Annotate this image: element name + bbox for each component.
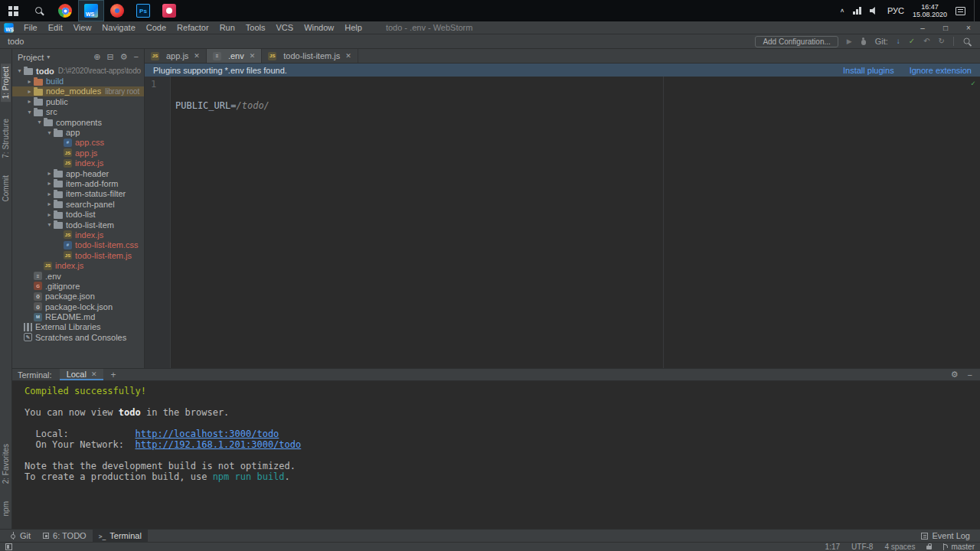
- tree-item-index-js[interactable]: index.js: [12, 158, 144, 168]
- tool-button-event-log[interactable]: Event Log: [915, 530, 976, 542]
- tree-item-package-json[interactable]: package.json: [12, 292, 144, 302]
- editor[interactable]: 1 PUBLIC_URL=/todo/ ✓: [145, 77, 980, 368]
- editor-tab-todo-list-item-js[interactable]: todo-list-item.js✕: [262, 49, 358, 63]
- tree-item-readme-md[interactable]: README.md: [12, 311, 144, 321]
- chevron-collapsed-icon[interactable]: ▸: [45, 201, 54, 207]
- terminal-settings-gear-icon[interactable]: ⚙: [951, 370, 959, 380]
- close-tab-icon[interactable]: ✕: [250, 52, 256, 60]
- tool-stripe-commit[interactable]: Commit: [2, 175, 10, 201]
- editor-tab-app-js[interactable]: app.js✕: [145, 49, 207, 63]
- chevron-expanded-icon[interactable]: ▾: [45, 129, 54, 136]
- chevron-expanded-icon[interactable]: ▾: [15, 67, 24, 74]
- close-button[interactable]: ×: [957, 21, 980, 34]
- new-terminal-session-button[interactable]: +: [110, 370, 116, 380]
- tree-item-todo-list-item[interactable]: ▾todo-list-item: [12, 220, 144, 230]
- chevron-expanded-icon[interactable]: ▾: [35, 119, 44, 126]
- terminal-output[interactable]: Compiled successfully! You can now view …: [12, 381, 980, 529]
- tree-item-todo-list-item-js[interactable]: todo-list-item.js: [12, 250, 144, 260]
- terminal-link[interactable]: http://localhost:3000/todo: [136, 429, 279, 439]
- tree-item-app-header[interactable]: ▸app-header: [12, 168, 144, 178]
- tree-item-scratches-and-consoles[interactable]: Scratches and Consoles: [12, 332, 144, 342]
- run-icon[interactable]: ▶: [847, 38, 852, 45]
- tree-item-node-modules[interactable]: ▸node_moduleslibrary root: [12, 86, 144, 96]
- taskbar-clock[interactable]: 16:47 15.08.2020: [913, 3, 947, 18]
- search-everywhere-icon[interactable]: [963, 37, 972, 46]
- menu-edit[interactable]: Edit: [43, 23, 68, 32]
- volume-icon[interactable]: [870, 7, 879, 15]
- editor-tab-env[interactable]: .env✕: [207, 49, 262, 63]
- chevron-collapsed-icon[interactable]: ▸: [25, 78, 34, 85]
- taskbar-app-red[interactable]: [104, 0, 130, 21]
- debug-icon[interactable]: [861, 37, 867, 46]
- tree-item-index-js[interactable]: index.js: [12, 260, 144, 270]
- chevron-collapsed-icon[interactable]: ▸: [25, 88, 34, 95]
- start-button[interactable]: [0, 0, 26, 21]
- tree-item-item-add-form[interactable]: ▸item-add-form: [12, 178, 144, 188]
- locate-file-icon[interactable]: ⊕: [93, 53, 100, 61]
- install-plugins-link[interactable]: Install plugins: [843, 66, 894, 75]
- chevron-expanded-icon[interactable]: ▾: [45, 221, 54, 228]
- taskbar-app-pink[interactable]: [156, 0, 182, 21]
- add-configuration-button[interactable]: Add Configuration...: [755, 36, 838, 47]
- menu-vcs[interactable]: VCS: [271, 23, 299, 32]
- tool-button-git[interactable]: Git: [4, 530, 37, 542]
- tree-item-todo[interactable]: ▾todoD:\#2020\react-apps\todo: [12, 66, 144, 76]
- tree-item-build[interactable]: ▸build: [12, 76, 144, 86]
- tool-stripe-2-favorites[interactable]: 2: Favorites: [2, 444, 10, 484]
- menu-window[interactable]: Window: [299, 23, 339, 32]
- hide-panel-icon[interactable]: −: [134, 53, 139, 61]
- close-icon[interactable]: ✕: [91, 370, 97, 378]
- file-encoding[interactable]: UTF-8: [851, 543, 873, 551]
- tree-item-external-libraries[interactable]: External Libraries: [12, 322, 144, 332]
- chevron-collapsed-icon[interactable]: ▸: [45, 180, 54, 187]
- terminal-tab-local[interactable]: Local ✕: [60, 369, 104, 380]
- tree-item-index-js[interactable]: index.js: [12, 230, 144, 240]
- tool-window-switcher-icon[interactable]: [5, 543, 12, 550]
- terminal-link[interactable]: http://192.168.1.201:3000/todo: [136, 439, 302, 450]
- taskbar-app-photoshop[interactable]: [130, 0, 156, 21]
- tree-item-item-status-filter[interactable]: ▸item-status-filter: [12, 189, 144, 199]
- menu-file[interactable]: File: [18, 23, 43, 32]
- taskbar-app-browser[interactable]: [52, 0, 78, 21]
- maximize-button[interactable]: □: [934, 21, 957, 34]
- chevron-expanded-icon[interactable]: ▾: [25, 109, 34, 116]
- tree-item-package-lock-json[interactable]: package-lock.json: [12, 302, 144, 311]
- chevron-collapsed-icon[interactable]: ▸: [45, 170, 54, 177]
- tree-item-src[interactable]: ▾src: [12, 107, 144, 117]
- tree-item-env[interactable]: .env: [12, 271, 144, 281]
- readonly-lock-icon[interactable]: [926, 546, 932, 549]
- collapse-all-icon[interactable]: ⊟: [106, 53, 113, 61]
- menu-code[interactable]: Code: [141, 23, 172, 32]
- show-desktop-button[interactable]: [974, 0, 977, 21]
- tree-item-search-panel[interactable]: ▸search-panel: [12, 199, 144, 209]
- hide-terminal-icon[interactable]: −: [968, 370, 972, 380]
- tree-item-public[interactable]: ▸public: [12, 96, 144, 106]
- project-view-selector[interactable]: Project: [18, 53, 44, 62]
- tool-stripe-1-project[interactable]: 1: Project: [1, 64, 11, 102]
- menu-view[interactable]: View: [68, 23, 97, 32]
- tree-item-gitignore[interactable]: .gitignore: [12, 281, 144, 291]
- tree-item-components[interactable]: ▾components: [12, 117, 144, 127]
- taskbar-search-button[interactable]: [26, 0, 52, 21]
- tray-expand-icon[interactable]: ∧: [840, 8, 845, 14]
- minimize-button[interactable]: –: [911, 21, 934, 34]
- caret-position[interactable]: 1:17: [825, 543, 840, 551]
- tool-button-todo[interactable]: 6: TODO: [37, 530, 93, 542]
- indent-style[interactable]: 4 spaces: [884, 543, 915, 551]
- tool-stripe-npm[interactable]: npm: [2, 501, 10, 516]
- close-tab-icon[interactable]: ✕: [194, 52, 200, 60]
- chevron-collapsed-icon[interactable]: ▸: [45, 191, 54, 197]
- inspections-ok-icon[interactable]: ✓: [971, 78, 975, 89]
- menu-navigate[interactable]: Navigate: [96, 23, 140, 32]
- tool-stripe-7-structure[interactable]: 7: Structure: [2, 119, 10, 158]
- menu-run[interactable]: Run: [214, 23, 240, 32]
- chevron-collapsed-icon[interactable]: ▸: [25, 98, 34, 105]
- close-tab-icon[interactable]: ✕: [345, 52, 351, 60]
- menu-help[interactable]: Help: [339, 23, 368, 32]
- gear-icon[interactable]: ⚙: [120, 53, 128, 61]
- tree-item-app-css[interactable]: app.css: [12, 138, 144, 148]
- chevron-collapsed-icon[interactable]: ▸: [45, 211, 54, 218]
- tree-item-app[interactable]: ▾app: [12, 127, 144, 137]
- language-indicator[interactable]: РУС: [887, 6, 904, 15]
- menu-refactor[interactable]: Refactor: [172, 23, 214, 32]
